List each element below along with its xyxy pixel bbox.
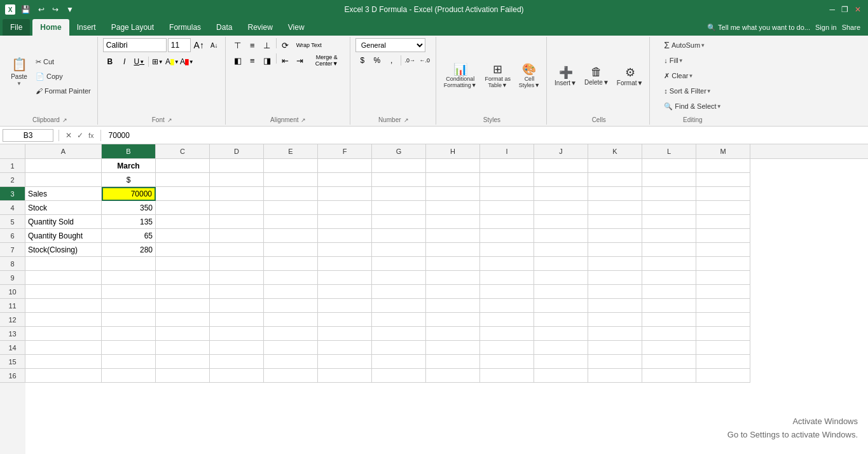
cell-f12[interactable] [318, 313, 372, 327]
cell-m10[interactable] [696, 285, 750, 299]
cell-h5[interactable] [426, 215, 480, 229]
undo-button[interactable]: ↩ [36, 4, 46, 15]
cell-b11[interactable] [102, 299, 156, 313]
cell-b12[interactable] [102, 313, 156, 327]
cell-j7[interactable] [534, 243, 588, 257]
row-header-12[interactable]: 12 [0, 313, 25, 327]
cell-a9[interactable] [25, 271, 102, 285]
cell-f16[interactable] [318, 369, 372, 383]
align-center-button[interactable]: ≡ [245, 53, 259, 67]
cell-h2[interactable] [426, 173, 480, 187]
cell-d3[interactable] [210, 187, 264, 201]
cell-c5[interactable] [156, 215, 210, 229]
cell-l8[interactable] [642, 257, 696, 271]
number-format-select[interactable]: General [355, 38, 425, 52]
align-bottom-button[interactable]: ⊥ [260, 38, 274, 52]
col-header-h[interactable]: H [426, 144, 480, 158]
cell-d7[interactable] [210, 243, 264, 257]
cell-g1[interactable] [372, 159, 426, 173]
row-header-9[interactable]: 9 [0, 271, 25, 285]
cell-c6[interactable] [156, 229, 210, 243]
decrease-decimal-button[interactable]: ←.0 [418, 53, 432, 67]
fill-color-button[interactable]: A█▼ [165, 55, 179, 69]
align-left-button[interactable]: ◧ [231, 53, 245, 67]
share-button[interactable]: Share [842, 24, 860, 31]
font-expand-icon[interactable]: ↗ [167, 117, 172, 123]
font-size-input[interactable] [168, 38, 191, 52]
cell-m11[interactable] [696, 299, 750, 313]
cell-c16[interactable] [156, 369, 210, 383]
cell-e15[interactable] [264, 355, 318, 369]
border-button[interactable]: ⊞▼ [151, 55, 165, 69]
cell-h11[interactable] [426, 299, 480, 313]
cell-i10[interactable] [480, 285, 534, 299]
row-header-3[interactable]: 3 [0, 187, 25, 201]
cell-m6[interactable] [696, 229, 750, 243]
cell-j9[interactable] [534, 271, 588, 285]
cell-j6[interactable] [534, 229, 588, 243]
col-header-e[interactable]: E [264, 144, 318, 158]
cell-k1[interactable] [588, 159, 642, 173]
cell-a11[interactable] [25, 299, 102, 313]
minimize-button[interactable]: ─ [827, 4, 837, 15]
font-decrease-button[interactable]: A↓ [207, 38, 221, 52]
tab-file[interactable]: File [3, 19, 30, 36]
row-header-10[interactable]: 10 [0, 285, 25, 299]
cell-i1[interactable] [480, 159, 534, 173]
increase-decimal-button[interactable]: .0→ [403, 53, 417, 67]
cell-m2[interactable] [696, 173, 750, 187]
cell-d9[interactable] [210, 271, 264, 285]
cell-g15[interactable] [372, 355, 426, 369]
cell-b14[interactable] [102, 341, 156, 355]
cell-h3[interactable] [426, 187, 480, 201]
cell-h10[interactable] [426, 285, 480, 299]
cell-g8[interactable] [372, 257, 426, 271]
cell-a15[interactable] [25, 355, 102, 369]
col-header-l[interactable]: L [642, 144, 696, 158]
cell-l16[interactable] [642, 369, 696, 383]
cell-f8[interactable] [318, 257, 372, 271]
cell-a13[interactable] [25, 327, 102, 341]
cell-h9[interactable] [426, 271, 480, 285]
row-header-1[interactable]: 1 [0, 159, 25, 173]
cell-a6[interactable]: Quantity Bought [25, 229, 102, 243]
cell-b7[interactable]: 280 [102, 243, 156, 257]
align-right-button[interactable]: ◨ [260, 53, 274, 67]
cell-f7[interactable] [318, 243, 372, 257]
cell-h13[interactable] [426, 327, 480, 341]
cell-j10[interactable] [534, 285, 588, 299]
cell-a10[interactable] [25, 285, 102, 299]
cell-l7[interactable] [642, 243, 696, 257]
cell-h6[interactable] [426, 229, 480, 243]
col-header-g[interactable]: G [372, 144, 426, 158]
fill-button[interactable]: ↓ Fill ▼ [661, 53, 685, 67]
restore-button[interactable]: ❐ [839, 4, 850, 15]
col-header-b[interactable]: B [102, 144, 156, 158]
cell-h1[interactable] [426, 159, 480, 173]
cell-j4[interactable] [534, 201, 588, 215]
cell-c7[interactable] [156, 243, 210, 257]
cell-a4[interactable]: Stock [25, 201, 102, 215]
cell-i6[interactable] [480, 229, 534, 243]
cell-l1[interactable] [642, 159, 696, 173]
cell-m16[interactable] [696, 369, 750, 383]
cell-f3[interactable] [318, 187, 372, 201]
cell-k16[interactable] [588, 369, 642, 383]
cell-k14[interactable] [588, 341, 642, 355]
cell-g14[interactable] [372, 341, 426, 355]
cell-g9[interactable] [372, 271, 426, 285]
cell-f6[interactable] [318, 229, 372, 243]
alignment-expand-icon[interactable]: ↗ [301, 117, 306, 123]
cell-b10[interactable] [102, 285, 156, 299]
col-header-k[interactable]: K [588, 144, 642, 158]
cell-a7[interactable]: Stock(Closing) [25, 243, 102, 257]
cell-b5[interactable]: 135 [102, 215, 156, 229]
format-as-table-button[interactable]: ⊞ Format asTable▼ [482, 58, 514, 93]
cell-styles-button[interactable]: 🎨 CellStyles▼ [516, 58, 542, 93]
cell-e16[interactable] [264, 369, 318, 383]
cell-k10[interactable] [588, 285, 642, 299]
font-color-button[interactable]: A█▼ [180, 55, 194, 69]
delete-button[interactable]: 🗑 Delete▼ [582, 58, 612, 93]
formula-input[interactable] [106, 131, 865, 140]
cell-l3[interactable] [642, 187, 696, 201]
